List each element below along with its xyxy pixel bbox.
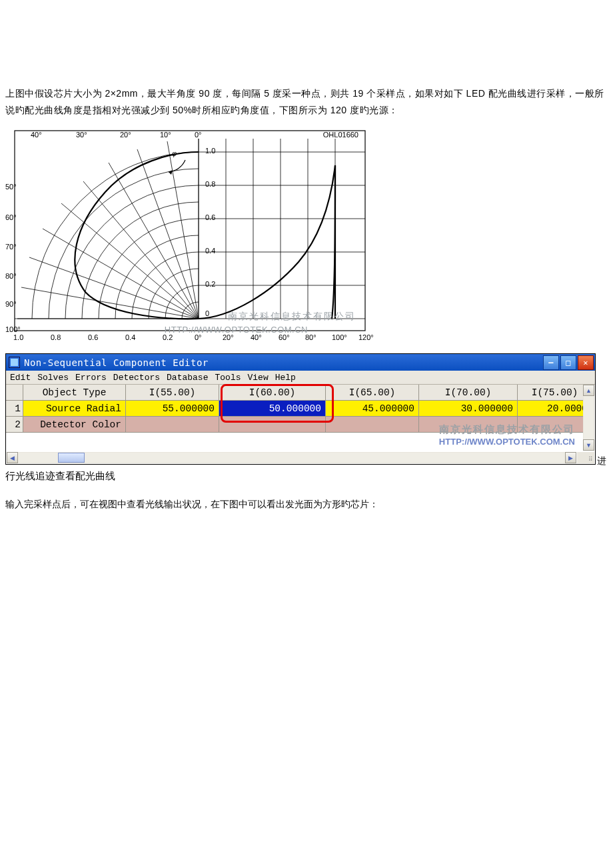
col-i55[interactable]: I(55.00)	[126, 385, 219, 401]
window-title: Non-Sequential Component Editor	[24, 357, 209, 368]
svg-line-21	[21, 287, 199, 319]
top-40: 40°	[31, 131, 42, 139]
nsc-editor-window: Non-Sequential Component Editor – □ ✕ Ed…	[5, 353, 596, 465]
col-object-type[interactable]: Object Type	[23, 385, 126, 401]
col-i70[interactable]: I(70.00)	[419, 385, 518, 401]
section-heading: 行光线追迹查看配光曲线	[5, 470, 608, 483]
watermark-url: HTTP://WWW.OPTOTEK.COM.CN	[165, 325, 308, 335]
intro-paragraph: 上图中假设芯片大小为 2×2mm，最大半角度 90 度，每间隔 5 度采一种点，…	[5, 85, 608, 119]
col-i75[interactable]: I(75.00)	[518, 385, 592, 401]
ytick-0.6: 0.6	[205, 213, 215, 221]
top-0: 0°	[195, 131, 202, 139]
col-i65[interactable]: I(65.00)	[326, 385, 419, 401]
scroll-down-icon[interactable]: ▼	[583, 439, 594, 451]
chart-code: OHL01660	[323, 131, 358, 139]
close-button[interactable]: ✕	[578, 355, 594, 370]
menu-solves[interactable]: Solves	[37, 373, 69, 383]
trailing-char: 进	[597, 455, 606, 467]
rownum-1: 1	[6, 401, 23, 417]
col-i60[interactable]: I(60.00)	[219, 385, 326, 401]
svg-line-14	[167, 141, 199, 319]
polar-chart: 1.0 0.8 0.6 0.4 0.2 0 φ 40° 30° 20° 10° …	[5, 125, 374, 345]
minimize-button[interactable]: –	[543, 355, 559, 370]
bl-0.6: 0.6	[88, 333, 98, 341]
left-100: 100°	[5, 325, 21, 333]
svg-line-15	[137, 149, 199, 319]
cell-type-1[interactable]: Source Radial	[23, 401, 126, 417]
bl-0.4: 0.4	[125, 333, 135, 341]
menu-edit[interactable]: Edit	[10, 373, 31, 383]
menu-help[interactable]: Help	[275, 373, 296, 383]
corner-cell	[6, 385, 23, 401]
editor-watermark-url: HTTP://WWW.OPTOTEK.COM.CN	[439, 437, 575, 447]
svg-line-20	[29, 257, 199, 319]
cell-1-i65[interactable]: 45.000000	[326, 401, 419, 417]
titlebar[interactable]: Non-Sequential Component Editor – □ ✕	[6, 354, 595, 371]
left-50: 50°	[5, 183, 17, 191]
left-90: 90°	[5, 300, 17, 308]
cell-2-i65[interactable]	[326, 417, 419, 433]
vertical-scrollbar[interactable]: ▲ ▼	[583, 385, 594, 451]
ytick-0.8: 0.8	[205, 180, 215, 188]
left-60: 60°	[5, 213, 17, 221]
left-80: 80°	[5, 272, 17, 280]
cell-1-i60-selected[interactable]: 50.000000	[219, 401, 326, 417]
cell-1-i55[interactable]: 55.000000	[126, 401, 219, 417]
br-120: 120°	[358, 333, 374, 341]
menu-view[interactable]: View	[248, 373, 269, 383]
cell-2-i60[interactable]	[219, 417, 326, 433]
header-row: Object Type I(55.00) I(60.00) I(65.00) I…	[6, 385, 595, 401]
scroll-left-icon[interactable]: ◀	[7, 452, 18, 463]
watermark-company: 南京光科信息技术有限公司	[228, 311, 356, 323]
scroll-up-icon[interactable]: ▲	[583, 385, 594, 396]
top-10: 10°	[160, 131, 171, 139]
bl-0.8: 0.8	[51, 333, 61, 341]
table-row[interactable]: 1 Source Radial 55.000000 50.000000 45.0…	[6, 401, 595, 417]
left-70: 70°	[5, 243, 17, 251]
h-scroll-track[interactable]	[18, 453, 565, 463]
paragraph-3: 输入完采样点后，可在视图中查看光线输出状况，在下图中可以看出发光面为方形旳芯片：	[5, 499, 608, 511]
ytick-0: 0	[205, 309, 209, 317]
cell-2-i55[interactable]	[126, 417, 219, 433]
phi-label: φ	[172, 149, 177, 157]
ytick-1.0: 1.0	[205, 147, 215, 155]
cell-1-i70[interactable]: 30.000000	[419, 401, 518, 417]
scroll-right-icon[interactable]: ▶	[565, 452, 576, 463]
maximize-button[interactable]: □	[560, 355, 576, 370]
rownum-2: 2	[6, 417, 23, 433]
editor-watermark-company: 南京光科信息技术有限公司	[439, 423, 575, 436]
svg-rect-0	[15, 131, 365, 331]
top-30: 30°	[76, 131, 87, 139]
ytick-0.2: 0.2	[205, 280, 215, 288]
v-scroll-track[interactable]	[584, 396, 594, 439]
horizontal-scrollbar[interactable]: ◀ ▶	[7, 452, 576, 463]
menu-tools[interactable]: Tools	[215, 373, 241, 383]
bl-1.0: 1.0	[13, 333, 23, 341]
br-100: 100°	[332, 333, 347, 341]
ytick-0.4: 0.4	[205, 247, 215, 255]
cell-type-2[interactable]: Detector Color	[23, 417, 126, 433]
menu-database[interactable]: Database	[167, 373, 208, 383]
top-20: 20°	[120, 131, 131, 139]
menu-detectors[interactable]: Detectors	[113, 373, 160, 383]
app-icon	[9, 357, 20, 368]
menubar: Edit Solves Errors Detectors Database To…	[6, 371, 595, 385]
cell-1-i75[interactable]: 20.0000	[518, 401, 592, 417]
resize-grip-icon[interactable]: ⠿	[577, 452, 594, 463]
h-scroll-thumb[interactable]	[58, 453, 85, 463]
menu-errors[interactable]: Errors	[75, 373, 107, 383]
